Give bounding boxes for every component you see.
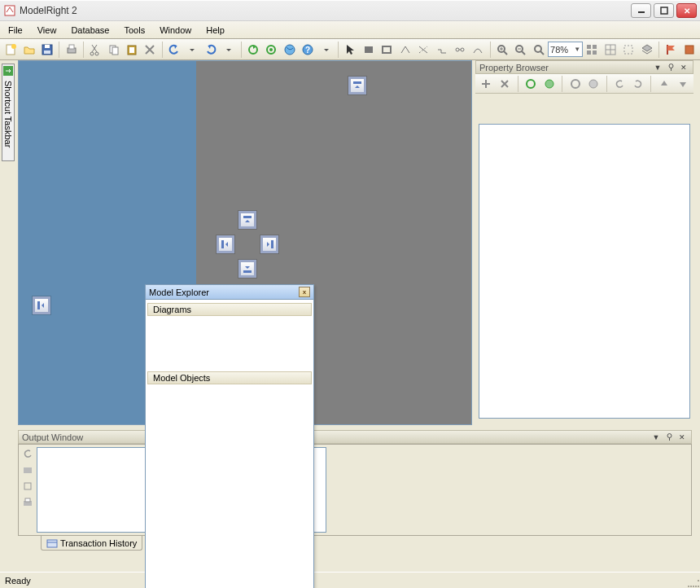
copy-icon[interactable] xyxy=(105,41,121,59)
prop-undo-icon[interactable] xyxy=(612,75,628,93)
grid2-icon[interactable] xyxy=(602,41,619,59)
cut-icon[interactable] xyxy=(87,41,103,59)
svg-rect-68 xyxy=(25,498,30,502)
svg-point-60 xyxy=(545,80,553,88)
property-browser-panel: Property Browser ▼ ✕ xyxy=(475,60,693,425)
connector5-icon[interactable] xyxy=(470,41,486,59)
output-action1-icon[interactable] xyxy=(20,463,35,477)
prop-up-icon[interactable] xyxy=(656,75,672,93)
pointer-icon[interactable] xyxy=(342,41,358,59)
svg-point-25 xyxy=(461,48,464,51)
app-icon xyxy=(3,4,16,17)
maximize-button[interactable] xyxy=(654,3,674,18)
svg-point-63 xyxy=(667,434,672,438)
svg-rect-23 xyxy=(383,46,391,53)
close-button[interactable]: ✕ xyxy=(676,3,697,18)
undo-dropdown-icon[interactable] xyxy=(184,41,200,59)
output-undo-icon[interactable] xyxy=(20,446,35,461)
panel-pin-icon[interactable] xyxy=(665,62,676,72)
redo-dropdown-icon[interactable] xyxy=(221,41,237,59)
undo-icon[interactable] xyxy=(166,41,182,59)
menu-help[interactable]: Help xyxy=(206,25,225,35)
help-icon[interactable]: ? xyxy=(300,41,316,59)
output-action2-icon[interactable] xyxy=(20,479,35,494)
delete-icon[interactable] xyxy=(142,41,158,59)
prop-nav1-icon[interactable] xyxy=(523,75,539,93)
sync-icon[interactable] xyxy=(263,41,279,59)
prop-nav3-icon[interactable] xyxy=(567,75,583,93)
panel-options-icon[interactable]: ▼ xyxy=(652,62,663,72)
minimize-button[interactable] xyxy=(631,3,651,18)
zoom-value: 78% xyxy=(550,45,568,55)
zoom-combo[interactable]: 78% ▼ xyxy=(548,42,583,57)
section-objects-body[interactable] xyxy=(147,384,312,588)
property-browser-header[interactable]: Property Browser ▼ ✕ xyxy=(475,60,693,74)
layers-icon[interactable] xyxy=(639,41,655,59)
menu-tools[interactable]: Tools xyxy=(124,25,145,35)
svg-rect-66 xyxy=(24,483,31,489)
dock-cue-center-right[interactable] xyxy=(260,235,278,253)
svg-point-55 xyxy=(669,64,673,68)
section-diagrams-header[interactable]: Diagrams xyxy=(147,303,312,316)
prop-nav4-icon[interactable] xyxy=(586,75,602,93)
model-explorer-title: Model Explorer xyxy=(149,287,299,297)
dock-cue-center-bottom[interactable] xyxy=(238,260,256,278)
menu-window[interactable]: Window xyxy=(160,25,191,35)
output-pin-icon[interactable] xyxy=(663,432,675,442)
menu-view[interactable]: View xyxy=(37,25,57,35)
connector2-icon[interactable] xyxy=(415,41,431,59)
stop-icon[interactable] xyxy=(680,41,697,59)
model-explorer-window[interactable]: Model Explorer x Diagrams Model Objects … xyxy=(145,284,314,588)
rect-outline-icon[interactable] xyxy=(378,41,395,59)
paste-icon[interactable] xyxy=(124,41,140,59)
svg-rect-38 xyxy=(587,50,591,55)
prop-add-icon[interactable] xyxy=(479,75,494,93)
output-print-icon[interactable] xyxy=(20,495,35,510)
save-icon[interactable] xyxy=(39,41,55,59)
grid3-icon[interactable] xyxy=(620,41,637,59)
refresh-icon[interactable] xyxy=(245,41,261,59)
open-icon[interactable] xyxy=(20,41,37,59)
prop-down-icon[interactable] xyxy=(675,75,690,93)
prop-redo-icon[interactable] xyxy=(631,75,646,93)
flag-icon[interactable] xyxy=(663,41,679,59)
menu-file[interactable]: File xyxy=(8,25,23,35)
output-options-icon[interactable]: ▼ xyxy=(650,432,662,442)
status-bar: Ready xyxy=(0,572,700,588)
connector3-icon[interactable] xyxy=(433,41,449,59)
dock-cue-top[interactable] xyxy=(348,77,366,94)
output-tab-history[interactable]: Transaction History xyxy=(41,536,142,551)
help-dropdown-icon[interactable] xyxy=(317,41,334,59)
section-diagrams-body[interactable] xyxy=(147,316,312,368)
connector1-icon[interactable] xyxy=(396,41,413,59)
model-explorer-close-icon[interactable]: x xyxy=(299,287,310,297)
output-close-icon[interactable]: ✕ xyxy=(676,432,688,442)
svg-point-18 xyxy=(269,48,273,51)
rect-fill-icon[interactable] xyxy=(360,41,376,59)
svg-rect-48 xyxy=(37,301,40,309)
model-explorer-header[interactable]: Model Explorer x xyxy=(146,285,313,300)
world-icon[interactable] xyxy=(281,41,297,59)
section-objects-header[interactable]: Model Objects xyxy=(147,371,312,384)
dock-cue-center-left[interactable] xyxy=(217,235,234,253)
shortcut-taskbar[interactable]: Shortcut Taskbar xyxy=(2,64,15,161)
output-window-header[interactable]: Output Window ▼ ✕ xyxy=(18,430,692,444)
redo-icon[interactable] xyxy=(203,41,219,59)
dock-cue-center-top[interactable] xyxy=(238,211,256,229)
connector4-icon[interactable] xyxy=(452,41,468,59)
menu-database[interactable]: Database xyxy=(71,25,109,35)
dock-cue-outer-left[interactable] xyxy=(33,296,50,314)
print-icon[interactable] xyxy=(63,41,79,59)
zoom-out-icon[interactable] xyxy=(512,41,528,59)
prop-nav2-icon[interactable] xyxy=(541,75,557,93)
resize-grip-icon[interactable] xyxy=(688,576,699,587)
output-window-panel: Output Window ▼ ✕ Transaction History xyxy=(18,430,692,536)
zoom-in-icon[interactable] xyxy=(494,41,510,59)
grid1-icon[interactable] xyxy=(584,41,600,59)
svg-point-62 xyxy=(589,80,597,88)
prop-delete-icon[interactable] xyxy=(497,75,513,93)
zoom-fit-icon[interactable] xyxy=(531,41,547,59)
svg-rect-2 xyxy=(661,7,667,14)
new-icon[interactable] xyxy=(2,41,19,59)
panel-close-icon[interactable]: ✕ xyxy=(678,62,689,72)
